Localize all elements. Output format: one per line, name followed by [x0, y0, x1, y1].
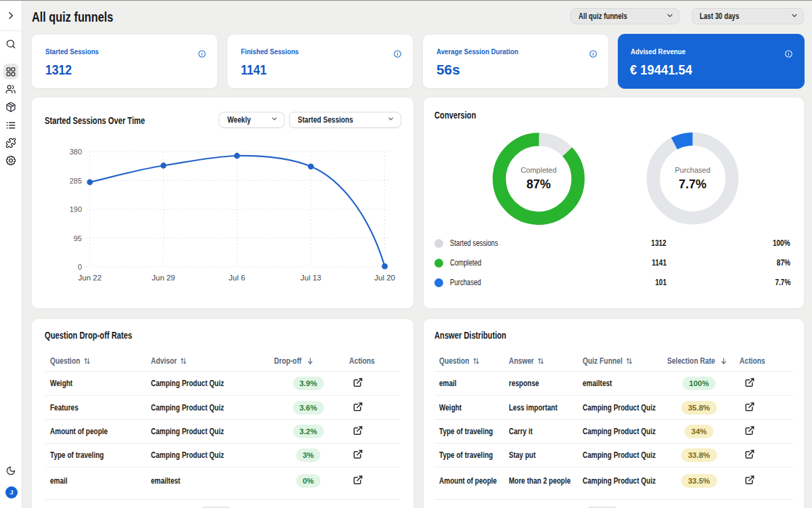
- svg-text:87%: 87%: [526, 177, 551, 191]
- svg-text:0: 0: [78, 263, 82, 271]
- svg-text:380: 380: [70, 148, 82, 156]
- svg-text:Completed: Completed: [520, 166, 556, 174]
- svg-text:Jul 13: Jul 13: [300, 274, 321, 282]
- svg-text:190: 190: [70, 205, 82, 213]
- svg-text:Jul 20: Jul 20: [374, 274, 395, 282]
- svg-text:Jun 22: Jun 22: [78, 274, 102, 282]
- svg-text:285: 285: [70, 177, 82, 185]
- svg-text:Purchased: Purchased: [675, 166, 710, 174]
- svg-text:Jun 29: Jun 29: [152, 274, 175, 282]
- svg-text:7.7%: 7.7%: [679, 177, 706, 191]
- svg-text:95: 95: [74, 234, 82, 242]
- svg-text:Jul 6: Jul 6: [229, 274, 245, 282]
